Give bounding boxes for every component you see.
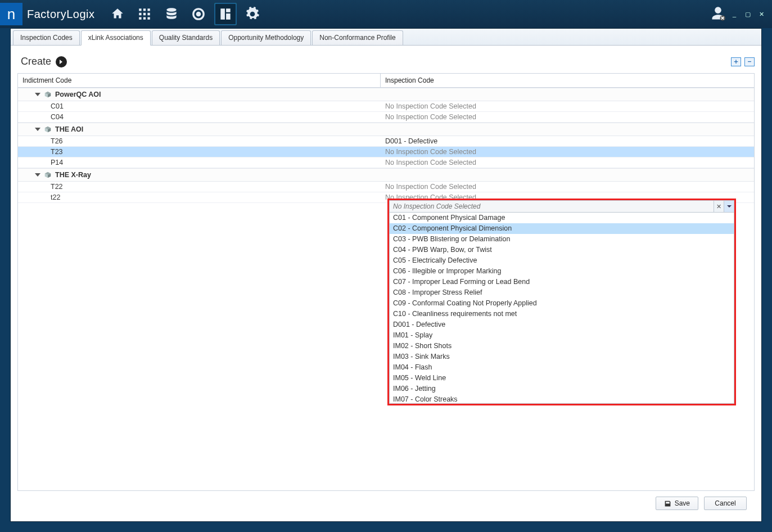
titlebar-right: _ ▢ ✕ xyxy=(710,6,766,23)
dropdown-toggle-button[interactable] xyxy=(724,201,734,212)
dropdown-option[interactable]: IM07 - Color Streaks xyxy=(390,394,734,404)
cancel-label: Cancel xyxy=(715,499,735,507)
group-name: THE AOI xyxy=(55,125,83,133)
group-row[interactable]: THE AOI xyxy=(18,123,754,136)
close-button[interactable]: ✕ xyxy=(756,9,766,19)
cell-indictment: T23 xyxy=(18,147,381,157)
app-logo: n xyxy=(0,3,22,25)
table-row[interactable]: T22No Inspection Code Selected xyxy=(18,182,754,192)
table-row[interactable]: P14No Inspection Code Selected xyxy=(18,157,754,168)
group-name: THE X-Ray xyxy=(55,171,91,179)
reports-icon[interactable] xyxy=(214,3,237,25)
dropdown-option[interactable]: C05 - Electrically Defective xyxy=(390,255,734,266)
dropdown-option[interactable]: C10 - Cleanliness requirements not met xyxy=(390,309,734,319)
cell-inspection[interactable]: No Inspection Code Selected xyxy=(381,157,754,168)
group-row[interactable]: PowerQC AOI xyxy=(18,88,754,101)
collapse-icon xyxy=(35,173,40,177)
dropdown-option[interactable]: IM05 - Weld Line xyxy=(390,373,734,384)
database-icon[interactable] xyxy=(160,3,183,25)
dropdown-option[interactable]: IM03 - Sink Marks xyxy=(390,351,734,362)
cell-inspection[interactable]: No Inspection Code Selected xyxy=(381,147,754,157)
dropdown-option[interactable]: C07 - Improper Lead Forming or Lead Bend xyxy=(390,277,734,287)
home-icon[interactable] xyxy=(106,3,129,25)
dropdown-option[interactable]: IM02 - Short Shots xyxy=(390,341,734,351)
table-row[interactable]: T23No Inspection Code Selected xyxy=(18,147,754,157)
create-label: Create xyxy=(21,56,51,67)
footer: Save Cancel xyxy=(17,491,755,516)
cell-inspection[interactable]: D001 - Defective xyxy=(381,136,754,146)
maximize-button[interactable]: ▢ xyxy=(743,9,753,19)
tabstrip: Inspection CodesxLink AssociationsQualit… xyxy=(11,29,761,46)
toolbar: Create ＋ － xyxy=(17,53,755,70)
dropdown-option[interactable]: C04 - PWB Warp, Bow, or Twist xyxy=(390,245,734,255)
cell-indictment: C01 xyxy=(18,101,381,111)
inspection-code-dropdown: ✕ C01 - Component Physical DamageC02 - C… xyxy=(387,199,736,405)
create-button[interactable]: Create xyxy=(17,53,70,70)
grid-apps-icon[interactable] xyxy=(133,3,156,25)
dropdown-search-input[interactable] xyxy=(390,201,714,212)
cell-inspection[interactable]: No Inspection Code Selected xyxy=(381,182,754,192)
target-icon[interactable] xyxy=(187,3,210,25)
dropdown-option[interactable]: IM04 - Flash xyxy=(390,362,734,373)
collapse-icon xyxy=(35,93,40,96)
tab-quality-standards[interactable]: Quality Standards xyxy=(152,30,220,45)
cell-indictment: C04 xyxy=(18,112,381,122)
table-row[interactable]: T26D001 - Defective xyxy=(18,136,754,147)
tab-inspection-codes[interactable]: Inspection Codes xyxy=(13,30,80,45)
arrow-right-icon xyxy=(56,56,67,67)
app-body: Inspection CodesxLink AssociationsQualit… xyxy=(10,28,762,522)
cell-inspection[interactable]: No Inspection Code Selected xyxy=(381,112,754,122)
collapse-icon xyxy=(35,128,40,131)
dropdown-option[interactable]: C01 - Component Physical Damage xyxy=(390,213,734,223)
user-icon[interactable] xyxy=(710,6,726,23)
group-name: PowerQC AOI xyxy=(55,91,101,98)
cell-inspection[interactable]: No Inspection Code Selected xyxy=(381,101,754,111)
expand-all-button[interactable]: ＋ xyxy=(731,57,741,66)
save-icon xyxy=(664,500,671,507)
dropdown-option[interactable]: D001 - Defective xyxy=(390,319,734,330)
package-icon xyxy=(44,171,52,179)
save-label: Save xyxy=(675,499,690,507)
titlebar-icons xyxy=(106,3,264,25)
table-row[interactable]: C04No Inspection Code Selected xyxy=(18,112,754,123)
dropdown-option[interactable]: IM01 - Splay xyxy=(390,330,734,341)
grid-header: Indictment Code Inspection Code xyxy=(18,74,754,88)
column-header-inspection[interactable]: Inspection Code xyxy=(381,74,754,87)
table-row[interactable]: C01No Inspection Code Selected xyxy=(18,101,754,112)
column-header-indictment[interactable]: Indictment Code xyxy=(18,74,381,87)
minimize-button[interactable]: _ xyxy=(729,9,739,19)
app-name: FactoryLogix xyxy=(27,8,95,21)
dropdown-option[interactable]: C08 - Improper Stress Relief xyxy=(390,287,734,298)
content: Create ＋ － Indictment Code Inspection Co… xyxy=(11,46,761,521)
group-row[interactable]: THE X-Ray xyxy=(18,168,754,182)
dropdown-input-row: ✕ xyxy=(389,200,734,213)
package-icon xyxy=(44,91,52,98)
dropdown-clear-button[interactable]: ✕ xyxy=(714,201,724,212)
titlebar: n FactoryLogix _ ▢ ✕ xyxy=(0,0,772,28)
tab-non-conformance-profile[interactable]: Non-Conformance Profile xyxy=(312,30,403,45)
cell-indictment: t22 xyxy=(18,192,381,202)
dropdown-option[interactable]: C09 - Conformal Coating Not Properly App… xyxy=(390,298,734,309)
cell-indictment: T26 xyxy=(18,136,381,146)
collapse-all-button[interactable]: － xyxy=(744,57,755,66)
dropdown-list[interactable]: C01 - Component Physical DamageC02 - Com… xyxy=(389,213,734,404)
dropdown-option[interactable]: IM06 - Jetting xyxy=(390,384,734,394)
chevron-down-icon xyxy=(727,204,732,209)
toolbar-right: ＋ － xyxy=(731,57,755,66)
dropdown-option[interactable]: C02 - Component Physical Dimension xyxy=(390,223,734,234)
save-button[interactable]: Save xyxy=(656,497,698,510)
cancel-button[interactable]: Cancel xyxy=(704,497,747,510)
cell-indictment: P14 xyxy=(18,157,381,168)
cell-indictment: T22 xyxy=(18,182,381,192)
package-icon xyxy=(44,125,52,133)
tab-xlink-associations[interactable]: xLink Associations xyxy=(81,30,151,46)
dropdown-option[interactable]: C06 - Illegible or Improper Marking xyxy=(390,266,734,277)
tab-opportunity-methodology[interactable]: Opportunity Methodology xyxy=(221,30,311,45)
gear-icon[interactable] xyxy=(241,3,264,25)
dropdown-option[interactable]: C03 - PWB Blistering or Delamination xyxy=(390,234,734,245)
